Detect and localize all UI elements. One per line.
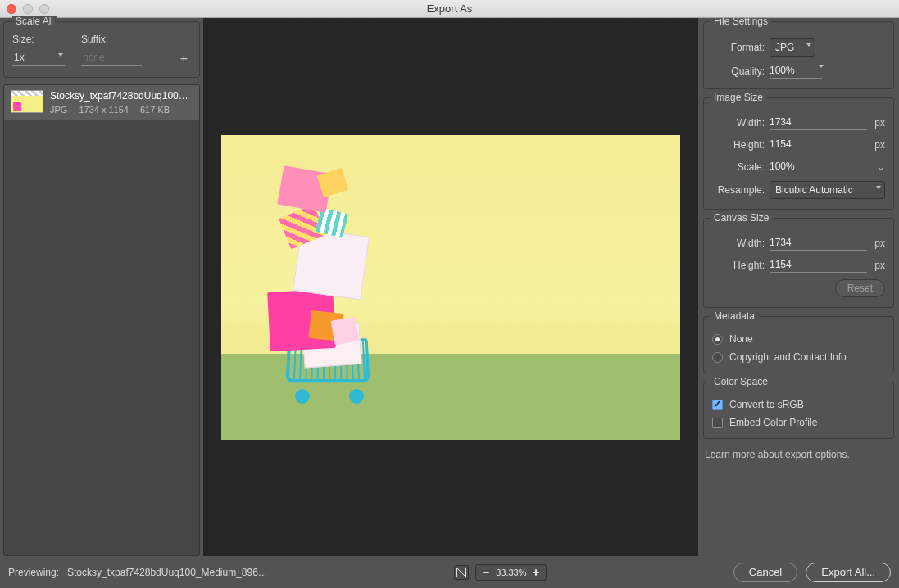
width-label: Width:	[712, 117, 770, 129]
zoom-in-button[interactable]	[531, 568, 541, 577]
asset-item[interactable]: Stocksy_txpaf7428bdUuq100_… JPG 1734 x 1…	[4, 85, 199, 120]
canvas-height-label: Height:	[712, 260, 770, 271]
file-settings-legend: File Settings	[711, 18, 771, 27]
zoom-value: 33.33%	[496, 568, 526, 577]
export-all-button[interactable]: Export All...	[806, 563, 891, 582]
convert-srgb-checkbox[interactable]: Convert to sRGB	[712, 399, 885, 410]
asset-list[interactable]: Stocksy_txpaf7428bdUuq100_… JPG 1734 x 1…	[3, 84, 200, 556]
image-size-legend: Image Size	[711, 92, 766, 103]
add-scale-button[interactable]: +	[177, 52, 191, 66]
size-select[interactable]	[12, 50, 65, 66]
quality-label: Quality:	[712, 66, 770, 77]
two-up-view-button[interactable]	[454, 565, 469, 580]
image-height-input[interactable]	[770, 137, 867, 152]
zoom-controls[interactable]: 33.33%	[475, 564, 547, 581]
color-space-group: Color Space Convert to sRGB Embed Color …	[703, 382, 894, 439]
image-width-input[interactable]	[770, 115, 867, 130]
svg-line-1	[457, 568, 466, 577]
canvas-height-input[interactable]	[770, 257, 867, 273]
suffix-input[interactable]	[81, 50, 142, 66]
image-scale-input[interactable]	[770, 159, 874, 174]
learn-more: Learn more about export options.	[703, 449, 894, 460]
embed-profile-checkbox[interactable]: Embed Color Profile	[712, 417, 885, 428]
unit-px: px	[867, 139, 885, 151]
cancel-button[interactable]: Cancel	[733, 563, 797, 582]
metadata-copyright-label: Copyright and Contact Info	[729, 351, 847, 363]
radio-icon[interactable]	[712, 352, 723, 363]
asset-thumbnail	[11, 90, 43, 113]
preview-image	[221, 135, 680, 440]
scale-all-legend: Scale All	[12, 16, 57, 27]
size-value[interactable]	[12, 50, 65, 66]
window-title: Export As	[0, 2, 899, 15]
chevron-down-icon	[876, 186, 881, 189]
previewing-file: Stocksy_txpaf7428bdUuq100_Medium_896…	[67, 567, 268, 578]
learn-more-prefix: Learn more about	[705, 449, 785, 460]
titlebar: Export As	[0, 0, 899, 18]
file-settings-group: File Settings Format: JPG Quality:	[703, 21, 894, 89]
unit-px: px	[867, 260, 885, 271]
canvas-width-input[interactable]	[770, 235, 867, 251]
asset-dimensions: 1734 x 1154	[79, 105, 129, 115]
height-label: Height:	[712, 139, 770, 151]
metadata-none-radio[interactable]: None	[712, 333, 885, 345]
format-label: Format:	[712, 42, 770, 53]
asset-name: Stocksy_txpaf7428bdUuq100_…	[50, 90, 193, 102]
size-label: Size:	[12, 34, 65, 45]
preview-area	[203, 18, 698, 556]
metadata-none-label: None	[729, 333, 753, 345]
format-value: JPG	[775, 42, 794, 53]
asset-filesize: 617 KB	[140, 105, 170, 115]
right-panel: File Settings Format: JPG Quality:	[698, 18, 899, 556]
metadata-group: Metadata None Copyright and Contact Info	[703, 316, 894, 373]
canvas-width-label: Width:	[712, 237, 770, 249]
scale-all-group: Scale All Size: Suffix: +	[3, 21, 200, 78]
quality-input[interactable]	[770, 63, 822, 79]
checkbox-icon[interactable]	[712, 400, 723, 410]
previewing-label: Previewing:	[8, 567, 59, 578]
resample-value: Bicubic Automatic	[775, 184, 853, 196]
footer: Previewing: Stocksy_txpaf7428bdUuq100_Me…	[0, 556, 899, 588]
color-space-legend: Color Space	[711, 376, 771, 387]
radio-icon[interactable]	[712, 334, 723, 345]
unit-px: px	[867, 237, 885, 249]
chevron-down-icon[interactable]	[819, 65, 824, 68]
convert-srgb-label: Convert to sRGB	[729, 399, 804, 410]
reset-button[interactable]: Reset	[835, 279, 885, 297]
resample-label: Resample:	[712, 184, 770, 196]
unit-px: px	[867, 117, 885, 129]
canvas-size-group: Canvas Size Width: px Height: px Reset	[703, 218, 894, 308]
canvas-size-legend: Canvas Size	[711, 212, 772, 224]
chevron-down-icon	[806, 43, 811, 47]
metadata-copyright-radio[interactable]: Copyright and Contact Info	[712, 351, 885, 363]
learn-more-link[interactable]: export options.	[785, 449, 850, 460]
format-select[interactable]: JPG	[770, 38, 815, 57]
asset-format: JPG	[50, 105, 67, 115]
image-size-group: Image Size Width: px Height: px Scale: ⌄…	[703, 97, 894, 210]
checkbox-icon[interactable]	[712, 418, 723, 428]
chevron-down-icon[interactable]: ⌄	[874, 161, 885, 173]
metadata-legend: Metadata	[711, 310, 758, 322]
suffix-label: Suffix:	[81, 34, 142, 45]
zoom-out-button[interactable]	[481, 568, 491, 577]
scale-label: Scale:	[712, 161, 770, 173]
resample-select[interactable]: Bicubic Automatic	[770, 181, 885, 199]
left-panel: Scale All Size: Suffix: + Stoc	[0, 18, 203, 556]
embed-profile-label: Embed Color Profile	[729, 417, 817, 428]
